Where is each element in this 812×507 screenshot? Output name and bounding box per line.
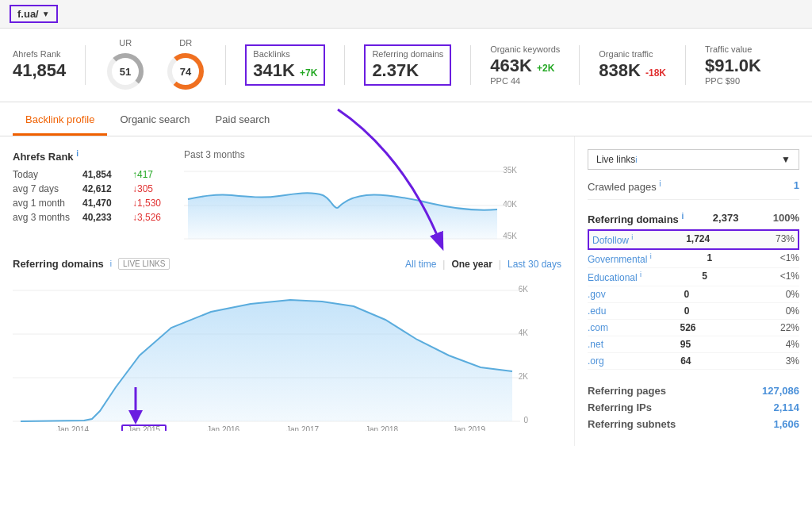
dr-label: DR <box>179 38 192 48</box>
ds-pct: 22% <box>768 322 799 333</box>
traffic-value-value: $91.0K <box>705 56 761 76</box>
past3months-chart-container: 35K 40K 45K <box>184 163 561 245</box>
domain-row-dofollow[interactable]: Dofollow i 1,724 73% <box>588 229 799 250</box>
backlinks-change: +7K <box>300 67 317 79</box>
crawled-pages-value: 1 <box>794 179 799 193</box>
backlinks-value: 341K +7K <box>253 60 317 81</box>
divider-2 <box>225 45 226 85</box>
svg-text:35K: 35K <box>503 166 517 175</box>
rank-table: Today 41,854 ↑417 avg 7 days 42,612 ↓305… <box>13 169 171 223</box>
metric-traffic-value: Traffic value $91.0K PPC $90 <box>705 44 761 86</box>
ds-val: 0 <box>684 289 690 300</box>
divider-4 <box>470 45 471 85</box>
ds-val: 0 <box>684 305 690 317</box>
past3months-chart-svg: 35K 40K 45K <box>184 163 525 243</box>
rank-chart-wrap: Past 3 months 35K 40K 45K <box>184 149 561 245</box>
backlinks-label: Backlinks <box>253 49 317 59</box>
traffic-value-ppc: PPC $90 <box>705 76 761 86</box>
ds-val: 526 <box>680 322 695 333</box>
ref-domains-chart-area: 6K 4K 2K 0 Jan 2014 <box>13 276 561 433</box>
ahrefs-rank-section: Ahrefs Rank i Today 41,854 ↑417 avg 7 da… <box>13 149 171 245</box>
organic-keywords-label: Organic keywords <box>490 44 560 54</box>
referring-domains-header: Referring domains i LIVE LINKS All time … <box>13 258 561 270</box>
ur-gauge-svg: 51 <box>105 51 146 92</box>
svg-text:2K: 2K <box>519 372 529 381</box>
traffic-value-label: Traffic value <box>705 44 761 54</box>
ds-val: 5 <box>702 271 707 283</box>
metrics-row: Ahrefs Rank 41,854 UR 51 DR 74 Backlinks… <box>0 29 812 102</box>
ds-label: .com <box>588 322 608 333</box>
ahrefs-rank-label: Ahrefs Rank <box>13 49 66 59</box>
svg-text:40K: 40K <box>503 200 517 209</box>
divider-1 <box>85 45 86 85</box>
metric-backlinks: Backlinks 341K +7K <box>245 44 325 86</box>
ds-pct: <1% <box>768 252 799 265</box>
ds-label: .edu <box>588 305 606 317</box>
ds-label: .org <box>588 355 604 367</box>
domain-row-educational: Educational i 5 <1% <box>588 268 799 286</box>
svg-text:Jan 2016: Jan 2016 <box>207 425 240 431</box>
ds-pct: 0% <box>768 305 799 317</box>
filter-last-30days[interactable]: Last 30 days <box>508 259 561 270</box>
ref-domains-chart-svg: 6K 4K 2K 0 Jan 2014 <box>13 276 536 431</box>
crawled-pages-label: Crawled pages i <box>588 179 661 193</box>
metric-referring-domains: Referring domains 2.37K <box>364 44 451 86</box>
ds-val: 95 <box>680 339 691 350</box>
domain-label: f.ua/ <box>17 8 39 20</box>
rank-row-today: Today 41,854 ↑417 <box>13 169 171 180</box>
ref-pages-label: Referring pages <box>588 385 666 397</box>
divider-5 <box>579 45 580 85</box>
domain-stats-header: Referring domains i 2,373 100% <box>588 209 799 229</box>
svg-text:Jan '19: Jan '19 <box>422 242 447 243</box>
left-panel: Ahrefs Rank i Today 41,854 ↑417 avg 7 da… <box>0 136 574 446</box>
svg-text:Jan 2014: Jan 2014 <box>56 425 90 431</box>
svg-text:Nov: Nov <box>208 242 222 243</box>
tab-paid-search[interactable]: Paid search <box>203 106 283 136</box>
rank-row-7days: avg 7 days 42,612 ↓305 <box>13 183 171 194</box>
svg-text:Jan 2017: Jan 2017 <box>286 425 320 431</box>
svg-text:6K: 6K <box>519 285 529 294</box>
tab-backlink-profile[interactable]: Backlink profile <box>13 106 107 136</box>
dr-gauge-svg: 74 <box>165 51 206 92</box>
ref-subnets-label: Referring subnets <box>588 418 676 430</box>
domain-row--com: .com 526 22% <box>588 320 799 336</box>
main-content: Ahrefs Rank i Today 41,854 ↑417 avg 7 da… <box>0 136 812 446</box>
ds-label: .gov <box>588 289 606 300</box>
live-links-select[interactable]: Live links i ▼ <box>588 149 799 170</box>
svg-text:Jan 2019: Jan 2019 <box>453 425 486 431</box>
tabs: Backlink profile Organic search Paid sea… <box>0 106 812 136</box>
past3months-title: Past 3 months <box>184 149 561 160</box>
ds-label[interactable]: Dofollow i <box>592 233 633 246</box>
ds-pct: 73% <box>763 233 795 246</box>
referring-domains-value: 2.37K <box>372 60 443 81</box>
ds-val: 1,724 <box>686 233 710 246</box>
metric-dr: DR 74 <box>165 38 206 92</box>
domain-stats-pct: 100% <box>768 212 799 225</box>
ds-label: Governmental i <box>588 252 652 265</box>
metric-organic-keywords: Organic keywords 463K +2K PPC 44 <box>490 44 560 86</box>
live-links-dropdown-icon: ▼ <box>781 154 791 165</box>
top-bar: f.ua/ ▼ <box>0 0 812 29</box>
ahrefs-rank-value: 41,854 <box>13 60 66 81</box>
domain-badge[interactable]: f.ua/ ▼ <box>10 5 58 23</box>
metric-ur: UR 51 <box>105 38 146 92</box>
metric-ahrefs-rank: Ahrefs Rank 41,854 <box>13 49 66 81</box>
domain-row--edu: .edu 0 0% <box>588 303 799 320</box>
tab-organic-search[interactable]: Organic search <box>107 106 202 136</box>
filter-one-year[interactable]: One year <box>451 259 492 270</box>
ds-pct: 4% <box>768 339 799 350</box>
ds-pct: <1% <box>768 271 799 283</box>
ref-ips-label: Referring IPs <box>588 401 652 413</box>
ref-pages-section: Referring pages 127,086 Referring IPs 2,… <box>588 382 799 432</box>
rank-row-1month: avg 1 month 41,470 ↓1,530 <box>13 198 171 209</box>
domain-row--net: .net 95 4% <box>588 336 799 353</box>
filter-all-time[interactable]: All time <box>405 259 436 270</box>
domain-dropdown-icon: ▼ <box>42 10 50 18</box>
ur-label: UR <box>119 38 132 48</box>
crawled-pages-row: Crawled pages i 1 <box>588 179 799 200</box>
divider-3 <box>344 45 345 85</box>
ref-subnets-row: Referring subnets 1,606 <box>588 416 799 432</box>
ref-pages-row: Referring pages 127,086 <box>588 382 799 399</box>
time-filters: All time | One year | Last 30 days <box>405 259 561 270</box>
ds-label: Educational i <box>588 271 642 283</box>
